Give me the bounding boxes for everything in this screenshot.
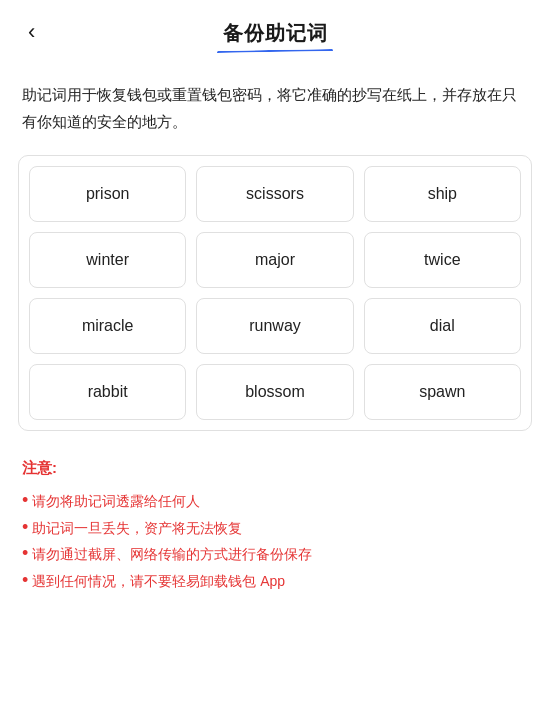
notice-item-text: 助记词一旦丢失，资产将无法恢复 [32, 515, 242, 542]
description-text: 助记词用于恢复钱包或重置钱包密码，将它准确的抄写在纸上，并存放在只有你知道的安全… [0, 63, 550, 155]
mnemonic-grid: prisonscissorsshipwintermajortwicemiracl… [29, 166, 521, 420]
notice-section: 注意: •请勿将助记词透露给任何人•助记词一旦丢失，资产将无法恢复•请勿通过截屏… [0, 431, 550, 614]
notice-item-text: 请勿通过截屏、网络传输的方式进行备份保存 [32, 541, 312, 568]
mnemonic-word: twice [364, 232, 521, 288]
mnemonic-word: ship [364, 166, 521, 222]
header: ‹ 备份助记词 [0, 0, 550, 63]
mnemonic-word: spawn [364, 364, 521, 420]
mnemonic-grid-container: prisonscissorsshipwintermajortwicemiracl… [18, 155, 532, 431]
notice-item: •请勿将助记词透露给任何人 [22, 488, 528, 515]
page-title: 备份助记词 [223, 20, 328, 47]
mnemonic-word: scissors [196, 166, 353, 222]
mnemonic-word: runway [196, 298, 353, 354]
notice-item: •请勿通过截屏、网络传输的方式进行备份保存 [22, 541, 528, 568]
notice-bullet-icon: • [22, 568, 28, 593]
back-button[interactable]: ‹ [20, 17, 43, 47]
notice-bullet-icon: • [22, 541, 28, 566]
notice-item: •助记词一旦丢失，资产将无法恢复 [22, 515, 528, 542]
notice-bullet-icon: • [22, 515, 28, 540]
notice-list: •请勿将助记词透露给任何人•助记词一旦丢失，资产将无法恢复•请勿通过截屏、网络传… [22, 488, 528, 594]
mnemonic-word: rabbit [29, 364, 186, 420]
notice-item-text: 遇到任何情况，请不要轻易卸载钱包 App [32, 568, 285, 595]
mnemonic-word: dial [364, 298, 521, 354]
mnemonic-word: major [196, 232, 353, 288]
notice-title: 注意: [22, 459, 528, 478]
mnemonic-word: winter [29, 232, 186, 288]
notice-bullet-icon: • [22, 488, 28, 513]
mnemonic-word: miracle [29, 298, 186, 354]
back-icon: ‹ [28, 19, 35, 44]
mnemonic-word: blossom [196, 364, 353, 420]
header-title-wrapper: 备份助记词 [223, 20, 328, 53]
mnemonic-word: prison [29, 166, 186, 222]
notice-item: •遇到任何情况，请不要轻易卸载钱包 App [22, 568, 528, 595]
title-underline [217, 49, 333, 54]
notice-item-text: 请勿将助记词透露给任何人 [32, 488, 200, 515]
